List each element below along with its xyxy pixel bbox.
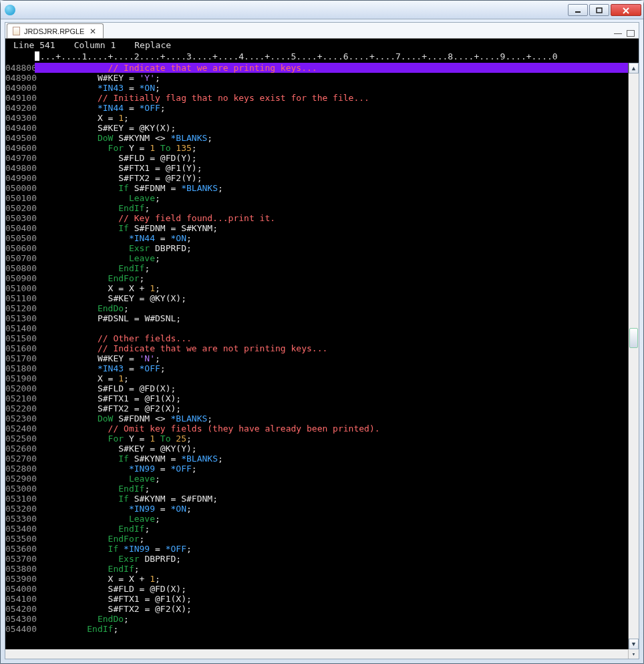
code-text[interactable]: // Other fields... xyxy=(35,333,628,343)
code-line[interactable]: 054400 EndIf; xyxy=(5,624,628,634)
code-line[interactable]: 049100 // Initially flag that no keys ex… xyxy=(5,93,628,103)
code-line[interactable]: 052100 S#FTX1 = @F1(X); xyxy=(5,393,628,403)
code-line[interactable]: 049900 S#FTX2 = @F2(Y); xyxy=(5,173,628,183)
code-line[interactable]: 053300 Leave; xyxy=(5,514,628,524)
code-line[interactable]: 051900 X = 1; xyxy=(5,373,628,383)
code-text[interactable]: X = X + 1; xyxy=(35,283,628,293)
code-text[interactable]: Leave; xyxy=(35,193,628,203)
code-text[interactable]: *IN99 = *OFF; xyxy=(35,464,628,474)
code-text[interactable]: Exsr DBPRFD; xyxy=(35,554,628,564)
code-line[interactable]: 053500 EndFor; xyxy=(5,534,628,544)
code-text[interactable]: For Y = 1 To 135; xyxy=(35,143,628,153)
file-tab[interactable]: JRDSJRR.RPGLE ✕ xyxy=(7,23,104,38)
maximize-button[interactable] xyxy=(589,4,609,16)
code-text[interactable]: X = X + 1; xyxy=(35,574,628,584)
code-line[interactable]: 050800 EndIf; xyxy=(5,263,628,273)
code-line[interactable]: 049600 For Y = 1 To 135; xyxy=(5,143,628,153)
code-text[interactable]: W#KEY = 'N'; xyxy=(35,353,628,363)
code-line[interactable]: 054200 S#FTX2 = @F2(X); xyxy=(5,604,628,614)
code-text[interactable]: EndIf; xyxy=(35,484,628,494)
code-text[interactable]: S#FLD = @FD(X); xyxy=(35,383,628,393)
code-text[interactable]: *IN44 = *ON; xyxy=(35,233,628,243)
code-text[interactable]: EndIf; xyxy=(35,524,628,534)
code-line[interactable]: 049300 X = 1; xyxy=(5,113,628,123)
code-line[interactable]: 052500 For Y = 1 To 25; xyxy=(5,434,628,444)
code-text[interactable]: S#KEY = @KY(Y); xyxy=(35,444,628,454)
code-line[interactable]: 050600 Exsr DBPRFD; xyxy=(5,243,628,253)
code-text[interactable]: EndDo; xyxy=(35,614,628,624)
code-text[interactable]: EndIf; xyxy=(35,203,628,213)
code-line[interactable]: 054300 EndDo; xyxy=(5,614,628,624)
code-line[interactable]: 050400 If S#FDNM = S#KYNM; xyxy=(5,223,628,233)
code-text[interactable]: X = 1; xyxy=(35,113,628,123)
code-line[interactable]: 050100 Leave; xyxy=(5,193,628,203)
code-text[interactable]: EndIf; xyxy=(35,624,628,634)
code-text[interactable]: DoW S#FDNM <> *BLANKS; xyxy=(35,413,628,424)
code-text[interactable]: Exsr DBPRFD; xyxy=(35,243,628,253)
minimize-button[interactable] xyxy=(568,4,588,16)
scroll-down-icon[interactable]: ▼ xyxy=(629,639,639,649)
code-text[interactable]: If S#FDNM = S#KYNM; xyxy=(35,223,628,233)
code-text[interactable]: S#FTX1 = @F1(X); xyxy=(35,594,628,604)
code-text[interactable]: If *IN99 = *OFF; xyxy=(35,544,628,554)
code-text[interactable]: EndDo; xyxy=(35,303,628,313)
code-text[interactable]: If S#KYNM = *BLANKS; xyxy=(35,454,628,464)
code-line[interactable]: 053600 If *IN99 = *OFF; xyxy=(5,544,628,554)
code-line[interactable]: 052300 DoW S#FDNM <> *BLANKS; xyxy=(5,413,628,424)
scroll-thumb[interactable] xyxy=(629,328,638,348)
code-line[interactable]: 053000 EndIf; xyxy=(5,484,628,494)
code-text[interactable]: EndFor; xyxy=(35,534,628,544)
code-line[interactable]: 051000 X = X + 1; xyxy=(5,283,628,293)
vertical-scrollbar[interactable]: ▲ ▼ xyxy=(628,63,639,649)
code-text[interactable]: S#FTX2 = @F2(X); xyxy=(35,604,628,614)
code-line[interactable]: 053400 EndIf; xyxy=(5,524,628,534)
code-line[interactable]: 053100 If S#KYNM = S#FDNM; xyxy=(5,494,628,504)
code-text[interactable]: // Indicate that we are printing keys... xyxy=(35,63,628,73)
code-text[interactable]: // Omit key fields (they have already be… xyxy=(35,424,628,434)
code-line[interactable]: 051300 P#DSNL = W#DSNL; xyxy=(5,313,628,323)
code-line[interactable]: 048800 // Indicate that we are printing … xyxy=(5,63,628,73)
code-text[interactable]: If S#FDNM = *BLANKS; xyxy=(35,183,628,193)
code-line[interactable]: 049700 S#FLD = @FD(Y); xyxy=(5,153,628,163)
code-line[interactable]: 051100 S#KEY = @KY(X); xyxy=(5,293,628,303)
code-text[interactable]: S#KEY = @KY(X); xyxy=(35,293,628,303)
code-text[interactable]: DoW S#KYNM <> *BLANKS; xyxy=(35,133,628,143)
code-text[interactable]: Leave; xyxy=(35,253,628,263)
code-text[interactable]: // Key field found...print it. xyxy=(35,213,628,223)
code-text[interactable]: // Initially flag that no keys exist for… xyxy=(35,93,628,103)
code-text[interactable]: *IN43 = *ON; xyxy=(35,83,628,93)
code-text[interactable]: EndIf; xyxy=(35,564,628,574)
code-line[interactable]: 052600 S#KEY = @KY(Y); xyxy=(5,444,628,454)
code-text[interactable] xyxy=(35,323,628,333)
code-line[interactable]: 049200 *IN44 = *OFF; xyxy=(5,103,628,113)
code-text[interactable]: W#KEY = 'Y'; xyxy=(35,73,628,83)
code-line[interactable]: 053700 Exsr DBPRFD; xyxy=(5,554,628,564)
code-line[interactable]: 052400 // Omit key fields (they have alr… xyxy=(5,424,628,434)
view-min-icon[interactable]: — xyxy=(613,29,623,38)
code-line[interactable]: 051600 // Indicate that we are not print… xyxy=(5,343,628,353)
code-text[interactable]: S#FTX2 = @F2(X); xyxy=(35,403,628,413)
code-text[interactable]: EndFor; xyxy=(35,273,628,283)
code-line[interactable]: 050700 Leave; xyxy=(5,253,628,263)
code-text[interactable]: *IN44 = *OFF; xyxy=(35,103,628,113)
code-text[interactable]: Leave; xyxy=(35,514,628,524)
code-line[interactable]: 051800 *IN43 = *OFF; xyxy=(5,363,628,373)
code-line[interactable]: 050200 EndIf; xyxy=(5,203,628,213)
code-text[interactable]: *IN99 = *ON; xyxy=(35,504,628,514)
code-line[interactable]: 050300 // Key field found...print it. xyxy=(5,213,628,223)
code-line[interactable]: 052200 S#FTX2 = @F2(X); xyxy=(5,403,628,413)
code-line[interactable]: 052800 *IN99 = *OFF; xyxy=(5,464,628,474)
code-line[interactable]: 053800 EndIf; xyxy=(5,564,628,574)
code-text[interactable]: EndIf; xyxy=(35,263,628,273)
code-text[interactable]: S#FTX2 = @F2(Y); xyxy=(35,173,628,183)
close-button[interactable] xyxy=(611,4,641,16)
code-line[interactable]: 053200 *IN99 = *ON; xyxy=(5,504,628,514)
scroll-right-icon[interactable]: ▾ xyxy=(628,649,639,659)
code-text[interactable]: S#FTX1 = @F1(X); xyxy=(35,393,628,403)
code-text[interactable]: Leave; xyxy=(35,474,628,484)
code-line[interactable]: 052000 S#FLD = @FD(X); xyxy=(5,383,628,393)
code-line[interactable]: 052700 If S#KYNM = *BLANKS; xyxy=(5,454,628,464)
code-line[interactable]: 051200 EndDo; xyxy=(5,303,628,313)
code-line[interactable]: 051500 // Other fields... xyxy=(5,333,628,343)
code-text[interactable]: *IN43 = *OFF; xyxy=(35,363,628,373)
